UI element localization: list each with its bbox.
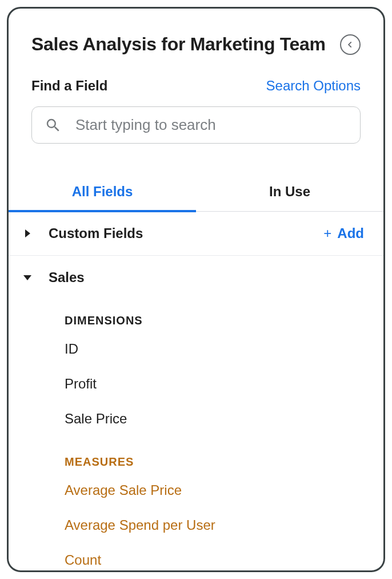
caret-down-icon (23, 275, 31, 280)
search-section: Find a Field Search Options (9, 55, 383, 144)
dimension-item[interactable]: ID (9, 332, 383, 367)
field-picker-panel: Sales Analysis for Marketing Team Find a… (7, 7, 385, 572)
panel-header: Sales Analysis for Marketing Team (9, 9, 383, 55)
search-header: Find a Field Search Options (31, 78, 361, 94)
search-options-link[interactable]: Search Options (266, 78, 361, 94)
search-icon (45, 117, 62, 134)
sales-toggle: Sales (23, 269, 85, 285)
plus-icon: + (323, 225, 331, 241)
custom-fields-toggle: Custom Fields (23, 225, 143, 241)
page-title: Sales Analysis for Marketing Team (31, 34, 326, 55)
measure-item[interactable]: Average Spend per User (9, 508, 383, 543)
sales-section[interactable]: Sales (9, 256, 383, 299)
measures-header: MEASURES (9, 436, 383, 473)
tabs: All Fields In Use (9, 173, 383, 212)
custom-fields-section[interactable]: Custom Fields + Add (9, 212, 383, 256)
find-field-label: Find a Field (31, 78, 107, 94)
measure-item[interactable]: Average Sale Price (9, 473, 383, 508)
add-custom-field-button[interactable]: + Add (323, 225, 364, 241)
tab-in-use[interactable]: In Use (196, 173, 383, 211)
tab-all-fields[interactable]: All Fields (9, 173, 196, 211)
sales-label: Sales (49, 269, 85, 285)
caret-right-icon (25, 229, 30, 237)
chevron-left-icon (346, 41, 354, 49)
measure-item[interactable]: Count (9, 543, 383, 572)
dimension-item[interactable]: Sale Price (9, 402, 383, 437)
dimension-item[interactable]: Profit (9, 367, 383, 402)
add-label: Add (337, 225, 364, 241)
custom-fields-label: Custom Fields (49, 225, 143, 241)
search-input[interactable] (75, 116, 347, 134)
search-box[interactable] (31, 106, 361, 144)
collapse-button[interactable] (340, 34, 361, 55)
dimensions-header: DIMENSIONS (9, 299, 383, 332)
